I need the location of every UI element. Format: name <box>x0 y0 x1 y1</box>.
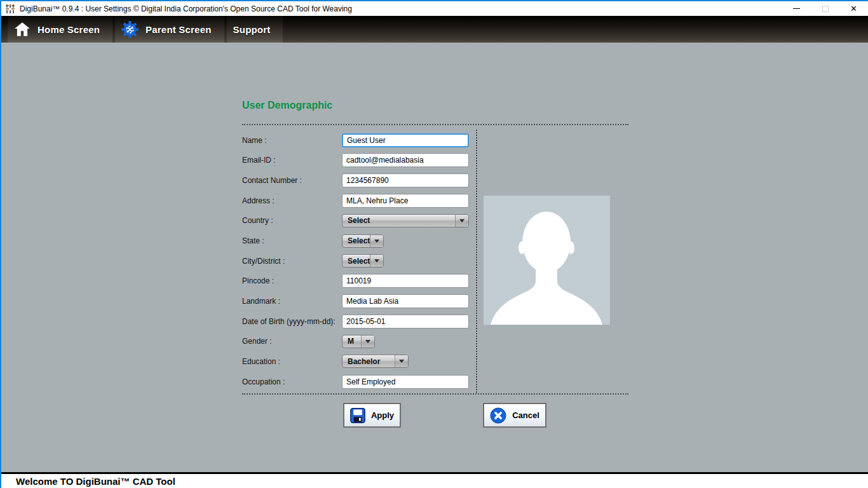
form-row: Address : <box>242 191 471 211</box>
form-row: Date of Birth (yyyy-mm-dd): <box>242 311 471 332</box>
top-divider <box>242 124 628 125</box>
app-window: DigiBunai™ 0.9.4 : User Settings © Digit… <box>0 0 868 488</box>
country-select[interactable]: Select <box>342 214 469 227</box>
form-row: Gender :M <box>242 331 471 351</box>
gender-select[interactable]: M <box>342 335 375 348</box>
welcome-message: Welcome TO DigiBunai™ CAD Tool <box>16 476 175 487</box>
pincode-label: Pincode : <box>242 276 342 285</box>
minimize-button[interactable] <box>782 1 811 16</box>
chevron-down-icon <box>370 235 383 247</box>
apply-button[interactable]: Apply <box>343 403 401 428</box>
user-demographic-form: Name :Email-ID :Contact Number :Address … <box>242 130 471 391</box>
selected-value: Bachelor <box>342 355 395 367</box>
address-input[interactable] <box>342 194 469 208</box>
form-row: Landmark : <box>242 291 471 311</box>
menu-item-support[interactable]: Support <box>227 16 283 43</box>
city-district-label: City/District : <box>242 257 342 266</box>
name-label: Name : <box>242 136 342 145</box>
selected-value: Select <box>342 215 455 227</box>
window-title: DigiBunai™ 0.9.4 : User Settings © Digit… <box>20 4 352 13</box>
date-of-birth-label: Date of Birth (yyyy-mm-dd): <box>242 317 342 326</box>
education-label: Education : <box>242 357 342 366</box>
close-icon: ✕ <box>850 4 857 13</box>
form-row: Pincode : <box>242 271 471 291</box>
occupation-label: Occupation : <box>242 377 342 386</box>
window-left-border <box>0 0 1 488</box>
city-district-select[interactable]: Select <box>342 254 384 268</box>
maximize-button[interactable] <box>811 1 839 16</box>
gender-label: Gender : <box>242 337 342 346</box>
profile-photo-placeholder <box>484 196 610 325</box>
email-label: Email-ID : <box>242 156 342 165</box>
menu-label: Parent Screen <box>146 24 211 35</box>
contact-number-input[interactable] <box>342 173 469 187</box>
cancel-icon <box>490 407 506 424</box>
chevron-down-icon <box>455 215 468 227</box>
title-bar: DigiBunai™ 0.9.4 : User Settings © Digit… <box>0 0 868 16</box>
selected-value: Select <box>342 255 370 267</box>
menu-label: Home Screen <box>37 24 100 35</box>
cancel-button[interactable]: Cancel <box>483 403 546 428</box>
form-row: Country :Select <box>242 211 471 231</box>
form-row: Education :Bachelor <box>242 351 471 372</box>
bottom-divider <box>242 393 628 395</box>
menu-label: Support <box>233 24 271 35</box>
status-bar: Welcome TO DigiBunai™ CAD Tool <box>0 474 868 488</box>
landmark-label: Landmark : <box>242 297 342 306</box>
form-row: City/District :Select <box>242 251 471 271</box>
form-row: Contact Number : <box>242 170 471 191</box>
name-input[interactable] <box>342 133 469 147</box>
save-icon <box>350 408 365 423</box>
date-of-birth-input[interactable] <box>342 315 469 329</box>
user-settings-panel: User Demographic Name :Email-ID :Contact… <box>0 43 868 472</box>
home-icon <box>14 22 31 37</box>
form-row: Name : <box>242 130 471 151</box>
close-button[interactable]: ✕ <box>839 1 868 16</box>
menu-item-parent-screen[interactable]: Parent Screen <box>115 16 224 43</box>
cancel-button-label: Cancel <box>512 410 539 420</box>
gear-icon <box>121 21 139 38</box>
country-label: Country : <box>242 216 342 225</box>
selected-value: M <box>342 336 361 348</box>
state-select[interactable]: Select <box>342 234 384 248</box>
menu-item-home-screen[interactable]: Home Screen <box>8 16 112 43</box>
education-select[interactable]: Bachelor <box>342 355 409 368</box>
address-label: Address : <box>242 196 342 205</box>
chevron-down-icon <box>395 355 408 367</box>
chevron-down-icon <box>370 255 383 267</box>
contact-number-label: Contact Number : <box>242 176 342 185</box>
occupation-input[interactable] <box>342 375 469 389</box>
email-input[interactable] <box>342 153 469 167</box>
selected-value: Select <box>342 235 370 247</box>
state-label: State : <box>242 236 342 245</box>
menu-bar: Home Screen Parent Screen <box>0 16 868 43</box>
chevron-down-icon <box>361 336 374 348</box>
apply-button-label: Apply <box>371 410 394 420</box>
form-row: Occupation : <box>242 372 471 392</box>
person-silhouette-icon <box>484 196 610 325</box>
app-weave-icon <box>5 4 15 14</box>
landmark-input[interactable] <box>342 294 469 308</box>
form-row: Email-ID : <box>242 151 471 171</box>
minimize-icon <box>793 8 800 9</box>
pincode-input[interactable] <box>342 274 469 288</box>
page-title: User Demographic <box>242 100 332 111</box>
maximize-icon <box>822 6 829 12</box>
form-row: State :Select <box>242 231 471 251</box>
vertical-divider <box>476 130 477 393</box>
